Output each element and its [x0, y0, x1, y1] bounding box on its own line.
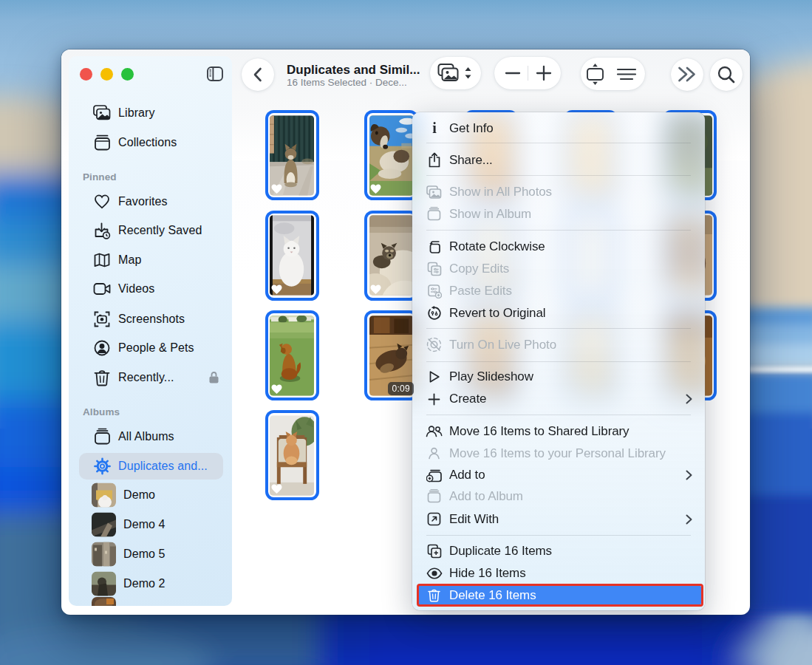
svg-text:i: i [432, 120, 437, 136]
